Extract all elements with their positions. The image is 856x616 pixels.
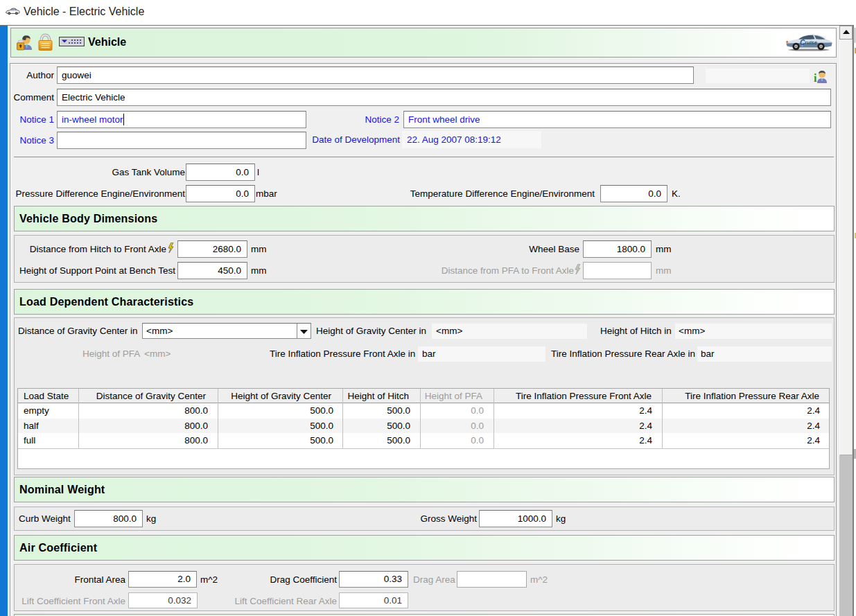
svg-text:ruise: ruise	[805, 39, 817, 46]
svg-text:i: i	[814, 72, 817, 84]
